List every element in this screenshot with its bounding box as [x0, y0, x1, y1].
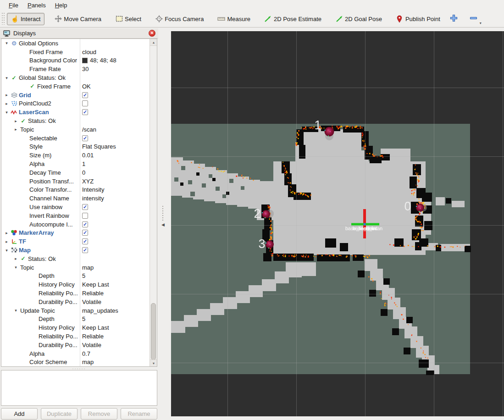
tree-row-pointcloud2[interactable]: ▸PointCloud2 [1, 99, 157, 108]
expander-closed-icon[interactable]: ▸ [12, 119, 19, 123]
splitter-collapse-icon[interactable]: ◀ [161, 222, 165, 227]
tree-row-background-color[interactable]: Background Color48; 48; 48 [1, 56, 157, 65]
expander-open-icon[interactable]: ▾ [3, 248, 10, 253]
tree-row-size-m[interactable]: Size (m)0.01 [1, 151, 157, 160]
expander-closed-icon[interactable]: ▸ [3, 101, 10, 106]
tree-row-markerarray[interactable]: ▸MarkerArray✓ [1, 229, 157, 238]
toolbar-drag-handle[interactable] [2, 13, 5, 25]
row-value[interactable]: XYZ [82, 177, 94, 186]
checkbox-checked[interactable]: ✓ [82, 109, 88, 115]
tree-row-channel-name[interactable]: Channel Nameintensity [1, 194, 157, 203]
splitter-grip[interactable] [162, 206, 164, 221]
tree-row-style[interactable]: StyleFlat Squares [1, 143, 157, 151]
tree-row-depth[interactable]: Depth5 [1, 272, 157, 281]
checkbox-checked[interactable]: ✓ [82, 247, 88, 253]
tree-row-fixed-frame[interactable]: Fixed Framecloud [1, 48, 157, 56]
row-value[interactable]: 5 [82, 272, 85, 281]
tool-measure[interactable]: Measure [213, 13, 255, 25]
tree-row-durability-po[interactable]: Durability Po...Volatile [1, 341, 157, 349]
checkbox-checked[interactable]: ✓ [82, 238, 88, 244]
tree-row-status-ok[interactable]: ▸✓Status: Ok [1, 254, 157, 263]
menu-item-panels[interactable]: Panels [23, 1, 50, 10]
row-value[interactable]: map_updates [82, 306, 118, 315]
row-value[interactable]: Reliable [82, 332, 104, 341]
tree-row-history-policy[interactable]: History PolicyKeep Last [1, 323, 157, 332]
row-value[interactable]: map [82, 263, 94, 272]
menu-item-help[interactable]: Help [51, 1, 72, 10]
tree-row-depth[interactable]: Depth5 [1, 315, 157, 324]
tree-scrollbar[interactable]: ▲▼ [150, 39, 157, 366]
row-value[interactable]: Flat Squares [82, 143, 116, 151]
tree-row-topic[interactable]: ▾Topicmap [1, 263, 157, 272]
tree-row-invert-rainbow[interactable]: Invert Rainbow [1, 211, 157, 220]
tool-2d-pose-estimate[interactable]: 2D Pose Estimate [260, 13, 326, 25]
tree-row-laserscan[interactable]: ▾LaserScan✓ [1, 108, 157, 116]
tree-row-fixed-frame[interactable]: ✓Fixed FrameOK [1, 82, 157, 91]
row-value[interactable]: 0.01 [82, 151, 94, 160]
tree-row-global-options[interactable]: ▾⚙Global Options [1, 39, 157, 48]
row-value[interactable]: 30 [82, 65, 89, 73]
add-tool-button[interactable] [450, 14, 458, 23]
add-button[interactable]: Add [1, 408, 38, 420]
tool-select[interactable]: Select [111, 13, 145, 25]
row-value[interactable]: 1 [82, 160, 85, 168]
tree-row-global-status-ok[interactable]: ▾✓Global Status: Ok [1, 73, 157, 82]
row-value[interactable]: /scan [82, 125, 96, 134]
row-value[interactable]: Keep Last [82, 280, 109, 289]
tree-row-grid[interactable]: ▸Grid✓ [1, 91, 157, 99]
expander-open-icon[interactable]: ▾ [12, 308, 19, 313]
row-value[interactable]: 5 [82, 315, 85, 324]
tool-interact[interactable]: ☝Interact [7, 13, 44, 25]
checkbox-unchecked[interactable] [82, 213, 88, 219]
expander-closed-icon[interactable]: ▸ [12, 127, 19, 132]
row-value[interactable]: 0 [82, 168, 85, 177]
expander-closed-icon[interactable]: ▸ [3, 93, 10, 97]
checkbox-unchecked[interactable] [82, 100, 88, 106]
tree-row-color-transfor[interactable]: Color Transfor...Intensity [1, 186, 157, 194]
row-value[interactable]: Reliable [82, 289, 104, 298]
row-value[interactable]: OK [82, 82, 91, 91]
row-value[interactable]: Intensity [82, 186, 104, 194]
tool-focus-camera[interactable]: Focus Camera [151, 13, 208, 25]
expander-closed-icon[interactable]: ▸ [3, 239, 10, 244]
tree-row-history-policy[interactable]: History PolicyKeep Last [1, 280, 157, 289]
tree-row-topic[interactable]: ▸Topic/scan [1, 125, 157, 134]
row-value[interactable]: 0.7 [82, 349, 90, 358]
tool-move-camera[interactable]: Move Camera [50, 13, 105, 25]
expander-open-icon[interactable]: ▾ [3, 41, 10, 45]
expander-closed-icon[interactable]: ▸ [3, 231, 10, 235]
tree-row-map[interactable]: ▾Map✓ [1, 246, 157, 254]
expander-closed-icon[interactable]: ▸ [12, 256, 19, 261]
checkbox-checked[interactable]: ✓ [82, 221, 88, 227]
tree-row-alpha[interactable]: Alpha0.7 [1, 349, 157, 358]
expander-open-icon[interactable]: ▾ [12, 265, 19, 270]
3d-viewport[interactable] [171, 31, 504, 416]
tree-row-update-topic[interactable]: ▾Update Topicmap_updates [1, 306, 157, 315]
tree-row-alpha[interactable]: Alpha1 [1, 160, 157, 168]
tree-row-status-ok[interactable]: ▸✓Status: Ok [1, 116, 157, 125]
tree-row-reliability-po[interactable]: Reliability Po...Reliable [1, 332, 157, 341]
row-value[interactable]: Volatile [82, 298, 101, 306]
row-value[interactable]: cloud [82, 48, 96, 56]
tree-row-tf[interactable]: ▸TF✓ [1, 237, 157, 246]
menu-item-file[interactable]: File [5, 1, 22, 10]
expander-open-icon[interactable]: ▾ [3, 76, 10, 80]
tree-row-decay-time[interactable]: Decay Time0 [1, 168, 157, 177]
row-value[interactable]: intensity [82, 194, 104, 203]
tree-row-durability-po[interactable]: Durability Po...Volatile [1, 298, 157, 306]
checkbox-checked[interactable]: ✓ [82, 230, 88, 236]
scrollbar-thumb[interactable] [151, 303, 156, 360]
row-value[interactable]: Keep Last [82, 323, 109, 332]
tree-row-frame-rate[interactable]: Frame Rate30 [1, 65, 157, 73]
panel-resize-handle[interactable]: ······ [1, 367, 157, 370]
checkbox-checked[interactable]: ✓ [82, 204, 88, 210]
expander-open-icon[interactable]: ▾ [3, 110, 10, 115]
tree-row-color-scheme[interactable]: Color Schememap [1, 358, 157, 366]
row-value[interactable]: map [82, 358, 94, 366]
tool-publish-point[interactable]: Publish Point [392, 13, 444, 25]
row-value[interactable]: Volatile [82, 341, 101, 349]
scroll-down-icon[interactable]: ▼ [150, 359, 157, 366]
scroll-up-icon[interactable]: ▲ [150, 39, 157, 46]
tree-row-use-rainbow[interactable]: Use rainbow✓ [1, 203, 157, 211]
checkbox-checked[interactable]: ✓ [82, 92, 88, 98]
